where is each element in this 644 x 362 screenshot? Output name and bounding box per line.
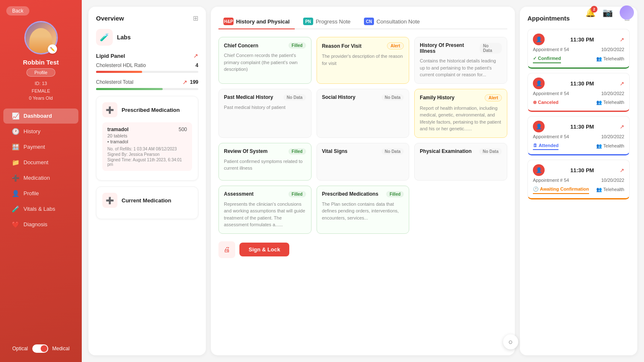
tab-hp[interactable]: H&P History and Physical	[218, 14, 295, 29]
payment-icon: 🪟	[12, 143, 19, 151]
hdl-progress-bar	[96, 71, 198, 73]
sidebar-item-vitals[interactable]: 🧪 Vitals & Labs	[3, 202, 78, 217]
med-signed-time: Signed Time: August 11th 2023, 6:34:01 p…	[107, 158, 187, 167]
tab-cn[interactable]: CN Consultation Note	[359, 14, 425, 29]
sidebar-item-medication[interactable]: ➕ Medication	[3, 171, 78, 186]
labs-label: Labs	[117, 34, 131, 41]
appt-link-icon[interactable]: ↗	[620, 36, 624, 43]
profile-icon: 👤	[12, 190, 19, 197]
tab-pn[interactable]: PN Progress Note	[298, 14, 356, 29]
overview-layout-icon[interactable]: ⊞	[193, 14, 198, 22]
sign-lock-row: 🖨 Sign & Lock	[218, 241, 507, 258]
med-signed-by: Signed By: Jessica Pearson	[107, 152, 187, 157]
sidebar-item-history[interactable]: 🕐 History	[3, 124, 78, 139]
sign-lock-button[interactable]: Sign & Lock	[239, 243, 289, 256]
sidebar-item-document[interactable]: 📁 Document	[3, 155, 78, 170]
optical-medical-toggle[interactable]	[32, 344, 48, 353]
dashboard-icon: 📈	[12, 112, 19, 120]
card-family-history[interactable]: Family History Alert Report of health in…	[414, 89, 507, 138]
prescribed-med-icon: ➕	[102, 102, 117, 117]
chol-progress-bar	[96, 88, 198, 90]
med-item: tramadol 500 20 tablets • tramadol No. o…	[102, 122, 192, 171]
lipid-edit-icon[interactable]: ↗	[193, 52, 198, 59]
appt-avatar: 👤	[533, 78, 545, 89]
card-physical-examination[interactable]: Physical Examination No Data	[414, 143, 507, 181]
appt-date: 10/20/2022	[601, 134, 624, 139]
appointments-panel: Appointments ⊞ 👤 11:30 PM ↗ Appointment …	[520, 7, 637, 355]
card-review-of-system[interactable]: Review Of System Filled Patient confirme…	[218, 143, 312, 181]
medical-label: Medical	[52, 346, 70, 352]
video-call-icon[interactable]: 📷	[602, 8, 613, 18]
card-reason-for-visit[interactable]: Reason For Visit Alert The provider's de…	[317, 37, 410, 84]
appt-time: 11:30 PM	[570, 124, 594, 130]
appt-link-icon[interactable]: ↗	[620, 167, 624, 173]
profile-button[interactable]: Profile	[26, 68, 55, 77]
appt-type: 👥 Telehealth	[596, 187, 624, 192]
current-med-header: ➕ Current Medication	[102, 193, 192, 208]
med-tablets: 20 tablets	[107, 133, 187, 138]
appt-status: 🗓 Attended	[533, 142, 558, 150]
appt-avatar: 👤	[533, 164, 545, 176]
appt-link-icon[interactable]: ↗	[620, 80, 624, 87]
main-area: 🔔 2 📷 Overview ⊞ 🧪 Labs Lipid Panel ↗ Ch…	[82, 0, 644, 362]
chol-edit-icon[interactable]: ↗	[182, 79, 187, 85]
sidebar-nav: 📈 Dashboard 🕐 History 🪟 Payment 📁 Docume…	[0, 108, 82, 339]
sidebar-item-profile[interactable]: 👤 Profile	[3, 186, 78, 201]
history-icon: 🕐	[12, 128, 19, 135]
card-prescribed-medications[interactable]: Prescribed Medications Filled The Plan s…	[317, 186, 410, 234]
card-title: Chief Concern	[224, 43, 258, 49]
sidebar-item-label: Profile	[23, 190, 39, 197]
user-avatar[interactable]	[620, 5, 634, 20]
notification-badge: 2	[591, 6, 597, 13]
cn-badge: CN	[364, 18, 374, 25]
edit-avatar-icon[interactable]: ✏️	[48, 44, 57, 54]
status-badge: Filled	[288, 191, 306, 197]
status-badge: No Data	[382, 148, 404, 155]
status-badge: No Data	[480, 43, 502, 54]
notification-bell[interactable]: 🔔 2	[585, 8, 596, 18]
print-button[interactable]: 🖨	[218, 241, 235, 258]
card-title: Reason For Visit	[322, 43, 361, 49]
chart-grid-row4: Assessment Filled Represents the clinici…	[218, 186, 507, 234]
float-action-button[interactable]: ○	[503, 334, 518, 349]
sidebar-item-payment[interactable]: 🪟 Payment	[3, 140, 78, 155]
back-button[interactable]: Back	[6, 6, 29, 16]
tab-cn-label: Consultation Note	[377, 18, 420, 25]
card-past-medical[interactable]: Past Medical History No Data Past medica…	[218, 89, 312, 138]
card-social-history[interactable]: Social History No Data	[317, 89, 410, 138]
overview-title: Overview	[96, 15, 124, 22]
appt-time: 11:30 PM	[570, 167, 594, 173]
sidebar: Back ✏️ Robbin Test Profile ID: 13 FEMAL…	[0, 0, 82, 362]
status-badge: Filled	[386, 191, 404, 197]
card-title: History Of Present Illness	[420, 42, 480, 54]
hdl-value: 4	[195, 62, 198, 68]
chol-total-row: Cholesterol Total ↗ 199	[96, 79, 198, 85]
prescribed-med-header: ➕ Prescribed Medication	[102, 102, 192, 117]
card-title: Family History	[420, 95, 454, 101]
card-chief-concern[interactable]: Chief Concern Filled Chief Concern recor…	[218, 37, 312, 84]
overview-header: Overview ⊞	[96, 14, 198, 22]
card-desc: Chief Concern records the patient's prim…	[224, 52, 306, 73]
appointment-card-confirmed: 👤 11:30 PM ↗ Appointment # 54 10/20/2022…	[527, 29, 630, 69]
status-badge: Alert	[387, 42, 404, 49]
appt-time: 11:30 PM	[570, 80, 594, 87]
card-desc: Patient confirmed symptoms related to cu…	[224, 158, 306, 172]
top-nav: 🔔 2 📷	[575, 0, 644, 25]
med-dose: 500	[179, 127, 187, 132]
appt-avatar: 👤	[533, 121, 545, 132]
card-history-present[interactable]: History Of Present Illness No Data Conta…	[414, 37, 507, 84]
sidebar-item-label: History	[23, 128, 40, 134]
chol-total-label: Cholesterol Total	[96, 79, 133, 85]
optical-medical-toggle-row: Optical Medical	[4, 339, 78, 358]
card-vital-signs[interactable]: Vital Signs No Data	[317, 143, 410, 181]
appt-link-icon[interactable]: ↗	[620, 124, 624, 130]
sidebar-item-label: Vitals & Labs	[23, 206, 55, 212]
sidebar-item-dashboard[interactable]: 📈 Dashboard	[3, 109, 78, 124]
card-title: Physical Examination	[420, 148, 471, 154]
card-title: Prescribed Medications	[322, 191, 379, 197]
vitals-icon: 🧪	[12, 205, 19, 213]
sidebar-item-diagnosis[interactable]: ❤️ Diagnosis	[3, 217, 78, 232]
card-desc: The provider's description of the reason…	[322, 53, 404, 67]
card-assessment[interactable]: Assessment Filled Represents the clinici…	[218, 186, 312, 234]
appt-number: Appointment # 54	[533, 47, 569, 52]
